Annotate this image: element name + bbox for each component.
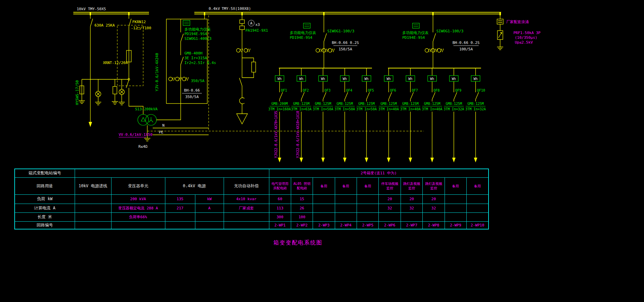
cell bbox=[195, 221, 224, 229]
main-breaker-trip2: Ir2=2.5Ir 0.4s bbox=[184, 61, 216, 65]
main-ct-model: BH-0.66 bbox=[184, 88, 200, 93]
circuit-id-cell: 2-WP1 bbox=[269, 221, 291, 229]
cell bbox=[313, 204, 335, 212]
feeder-breaker-trip: 3TM In=40A bbox=[378, 107, 399, 111]
feeder-header: 路灯及视频监控 bbox=[423, 177, 445, 194]
feeder-header: 备用 bbox=[445, 177, 466, 194]
cell bbox=[445, 212, 466, 221]
bus-tap bbox=[204, 12, 205, 15]
ground-symbol bbox=[79, 99, 85, 104]
feeder-header: 备用 bbox=[467, 177, 489, 194]
meter-fuse-box bbox=[240, 20, 244, 23]
feeder-breaker-trip: 3TM In=40A bbox=[422, 107, 442, 111]
bus-tap bbox=[499, 12, 501, 15]
ct-symbol bbox=[328, 49, 335, 52]
load-schedule-table: 箱式变配电站编号 2号箱变(送11 中为) 回路用途 10kV 电源进线 变压器… bbox=[14, 169, 489, 229]
feeder-group-2-head: 多功能电力仪表 PD194E-9S4 SIWOG1-100/3 BH-0.66 … bbox=[388, 15, 481, 68]
cell bbox=[335, 212, 357, 221]
feeder-5: WhQF5GM8-125M3TM In=50A bbox=[356, 68, 377, 162]
cell: 217 bbox=[165, 204, 195, 212]
neutral-label: N bbox=[162, 123, 165, 128]
group1-ct-model: BH-0.66 0.2S bbox=[332, 41, 359, 45]
feeder-breaker-trip: 3TM In=160A bbox=[268, 107, 291, 111]
cell bbox=[445, 204, 466, 212]
lv-busbar bbox=[194, 12, 501, 14]
row-label: 回路用途 bbox=[15, 177, 75, 194]
group1-meter-model: PD194E-9S4 bbox=[290, 35, 313, 40]
pe-label: PE bbox=[159, 130, 163, 134]
feeder-header: 停车场视频监控 bbox=[379, 177, 401, 194]
wh-meter-label: Wh bbox=[474, 77, 478, 81]
ct-symbol bbox=[431, 49, 438, 52]
fuse-cubicle-outline bbox=[117, 25, 143, 86]
cell: 变压器额定电流 288 A bbox=[111, 204, 165, 212]
wye-winding-symbol bbox=[149, 117, 153, 122]
feeder-breaker-frame: GM8-125M bbox=[358, 102, 375, 106]
main-riser-wire bbox=[156, 19, 181, 120]
feeder-header: 备用 bbox=[335, 177, 357, 194]
cell bbox=[357, 194, 379, 204]
arrester-c-symbol bbox=[113, 86, 117, 94]
feeder-breaker-id: QF3 bbox=[325, 89, 331, 92]
cell: 厂家成套 bbox=[224, 204, 269, 212]
reactor-symbol bbox=[252, 62, 256, 72]
feeder-breaker-blade bbox=[301, 92, 304, 99]
feeder-breaker-frame: GM8-125M bbox=[315, 102, 331, 106]
feeder-breaker-blade bbox=[280, 92, 283, 99]
group2-meter-model: PD194E-9S4 bbox=[402, 35, 425, 40]
cell: 60 bbox=[269, 194, 291, 204]
table-row-circuit-id: 回路编号 2-WP1 2-WP2 2-WP3 2-WP4 2-WP5 2-WP6… bbox=[15, 221, 489, 229]
cell bbox=[75, 221, 111, 229]
main-breaker-trip1: 3E Ir=315A bbox=[184, 56, 207, 60]
feeder-breaker-trip: 3TM In=63A bbox=[291, 107, 312, 111]
feeder-outgoing-arrow bbox=[387, 158, 390, 162]
col-header: 0.4kV 电源 bbox=[165, 177, 224, 194]
feeder-breaker-frame: GM8-125M bbox=[467, 102, 484, 106]
col-header: 无功自动补偿 bbox=[224, 177, 269, 194]
cell bbox=[165, 221, 195, 229]
cell bbox=[401, 212, 422, 221]
hv-switch2-blade bbox=[129, 19, 131, 27]
ground-symbol bbox=[144, 136, 150, 141]
row-label: 计算电流 A bbox=[15, 204, 75, 212]
feeder-breaker-id: QF7 bbox=[412, 89, 418, 92]
meter-fuse-box bbox=[240, 26, 244, 30]
pt-fuse-label: XRNT-12/20A bbox=[103, 61, 128, 65]
feeder-breaker-frame: GM8-125M bbox=[424, 102, 440, 106]
feeder-breaker-trip: 3TM In=32A bbox=[465, 107, 486, 111]
spd-protection-level: Up≤2.5kV bbox=[515, 40, 533, 45]
table-row-station: 箱式变配电站编号 2号箱变(送11 中为) bbox=[15, 169, 489, 177]
cell: A bbox=[195, 204, 224, 212]
feeder-breaker-id: QF10 bbox=[477, 89, 485, 92]
hv-outgoing-arrow bbox=[89, 122, 92, 127]
cell bbox=[335, 204, 357, 212]
row-label: 箱式变配电站编号 bbox=[15, 169, 75, 177]
wh-meter-label: Wh bbox=[408, 77, 413, 81]
ammeter-qty: x3 bbox=[255, 22, 260, 27]
cell bbox=[75, 194, 111, 204]
circuit-id-cell: 2-WP5 bbox=[357, 221, 379, 229]
feeder-cable-label: YJV22-0.6/1kV-4X10+1X10 bbox=[296, 111, 300, 158]
ct-symbol bbox=[169, 77, 175, 81]
hv-busbar bbox=[73, 12, 149, 14]
cell: 200 kVA bbox=[111, 194, 165, 204]
feeder-outgoing-arrow bbox=[321, 158, 325, 162]
feeder-breaker-trip: 3TM In=50A bbox=[313, 107, 333, 111]
ct-symbol bbox=[316, 49, 323, 52]
feeder-10: WhQF10GM8-125M3TM In=32A bbox=[465, 68, 486, 162]
feeder-breaker-id: QF6 bbox=[390, 89, 396, 92]
circuit-id-cell: 2-WP6 bbox=[379, 221, 401, 229]
hv-switch-blade bbox=[90, 19, 93, 27]
feeder-3: WhQF3GM8-125M3TM In=50A bbox=[313, 68, 333, 162]
feeder-outgoing-arrow bbox=[365, 158, 368, 162]
feeder-header: 备用 bbox=[357, 177, 379, 194]
group2-meter-name: 多功能电力仪表 bbox=[402, 31, 429, 35]
wh-meter-label: Wh bbox=[321, 77, 325, 81]
feeder-outgoing-arrow bbox=[278, 158, 281, 162]
cell bbox=[195, 212, 224, 221]
cell: 135 bbox=[165, 194, 195, 204]
feeder-breaker-blade bbox=[345, 92, 348, 99]
wh-meter-label: Wh bbox=[364, 77, 369, 81]
cell bbox=[423, 212, 445, 221]
ammeter-model: PA194I-9X1 bbox=[245, 28, 268, 33]
